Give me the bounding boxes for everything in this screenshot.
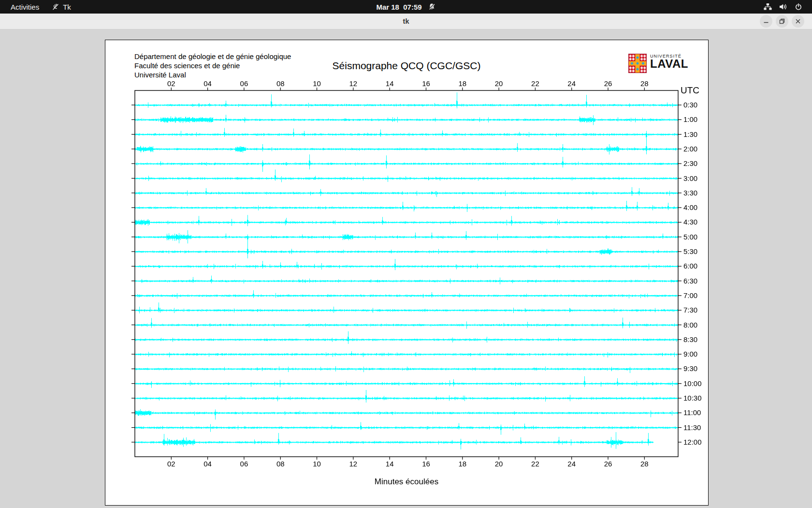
x-tick-label-top: 12 [349,79,358,88]
crest-cross [640,59,643,60]
x-tick-label-top: 10 [313,79,321,88]
maximize-icon [779,18,785,24]
x-tick-label-top: 26 [604,79,612,88]
x-tick-label-bottom: 02 [167,460,175,468]
seismograph-window: Département de géologie et de génie géol… [105,40,709,506]
utc-axis-title: UTC [681,85,699,95]
power-icon [795,3,802,11]
crest-cross [632,59,635,60]
utc-time-label: 2:00 [683,145,697,153]
utc-time-label: 0:30 [683,101,697,109]
x-tick-label-top: 16 [422,79,430,88]
x-tick-label-bottom: 20 [495,460,503,468]
utc-time-label: 1:30 [683,130,697,138]
close-icon [795,18,801,24]
x-tick-label-bottom: 12 [349,460,358,468]
utc-time-label: 10:00 [683,379,702,388]
x-tick-label-top: 24 [567,79,576,88]
app-menu[interactable]: Tk [52,3,71,11]
x-tick-label-bottom: 06 [240,460,248,468]
logo-laval: LAVAL [650,59,688,69]
close-button[interactable] [792,15,804,28]
crest-cross [629,56,632,57]
utc-time-label: 1:00 [683,115,697,123]
crest-cross [640,56,643,57]
app-name: Tk [63,3,71,11]
x-tick-label-bottom: 16 [422,460,430,468]
utc-time-label: 9:30 [683,364,697,373]
x-tick-label-top: 28 [640,79,649,88]
crest-cross [629,71,632,72]
window-titlebar[interactable]: tk [0,14,812,30]
clock: Mar 18 07:59 [376,3,421,11]
utc-time-label: 7:00 [683,291,697,299]
crest-cross [629,67,632,68]
x-tick-label-bottom: 28 [640,460,649,468]
crest-cross [632,71,635,72]
crest-cross [643,71,646,72]
laval-crest-icon [628,54,647,73]
activities-label: Activities [11,3,39,11]
minimize-icon [763,18,769,24]
utc-time-label: 4:00 [683,203,697,211]
utc-time-label: 11:00 [683,408,701,417]
x-tick-label-top: 02 [167,79,175,88]
crest-cross [643,67,646,68]
crest-cross [632,56,635,57]
x-tick-label-bottom: 10 [313,460,321,468]
utc-time-label: 5:30 [683,247,697,255]
utc-time-label: 12:00 [683,438,702,446]
utc-time-label: 9:00 [683,350,697,358]
x-tick-label-bottom: 08 [276,460,285,468]
network-icon [764,3,772,11]
crest-cross [640,71,643,72]
utc-time-label: 10:30 [683,394,702,402]
utc-time-label: 2:30 [683,159,697,167]
utc-time-label: 7:30 [683,306,697,314]
x-tick-label-bottom: 24 [567,460,576,468]
tk-icon [52,3,59,11]
x-tick-label-top: 18 [458,79,466,88]
x-tick-label-top: 06 [240,79,248,88]
crest-cross [640,67,643,68]
x-tick-label-bottom: 14 [386,460,394,468]
crest-cross [632,67,635,68]
utc-time-label: 6:30 [683,277,697,285]
x-tick-label-top: 04 [203,79,212,88]
activities-button[interactable]: Activities [11,3,39,11]
x-tick-label-bottom: 26 [604,460,612,468]
crest-cross [629,59,632,60]
utc-time-label: 3:00 [683,174,697,182]
utc-time-label: 8:00 [683,321,697,329]
minimize-button[interactable] [760,15,772,28]
crest-cross [643,56,646,57]
x-tick-label-top: 14 [386,79,394,88]
system-status-menu[interactable] [761,2,812,11]
laval-logo: UNIVERSITÉ LAVAL [628,54,688,73]
utc-time-label: 8:30 [683,335,697,344]
chart-title: Séismographe QCQ (CGC/GSC) [135,60,678,72]
desktop-background: Département de géologie et de génie géol… [0,30,812,508]
utc-time-label: 4:30 [683,218,697,226]
volume-icon [779,3,787,11]
maximize-button[interactable] [776,15,788,28]
clock-menu[interactable]: Mar 18 07:59 [373,2,438,12]
x-tick-label-top: 08 [276,79,285,88]
seismogram-traces [135,90,678,457]
x-axis-label: Minutes écoulées [135,477,678,487]
top-bar: Activities Tk Mar 18 07:59 [0,0,812,14]
notifications-muted-icon [428,3,436,11]
utc-time-label: 3:30 [683,189,697,197]
x-tick-label-bottom: 22 [531,460,539,468]
x-tick-label-top: 20 [495,79,503,88]
crest-cross [643,59,646,60]
window-title: tk [403,17,409,25]
x-tick-label-bottom: 18 [458,460,466,468]
utc-time-label: 6:00 [683,262,697,270]
x-tick-label-bottom: 04 [203,460,212,468]
x-tick-label-top: 22 [531,79,539,88]
utc-time-label: 11:30 [683,423,701,432]
utc-time-label: 5:00 [683,233,697,241]
